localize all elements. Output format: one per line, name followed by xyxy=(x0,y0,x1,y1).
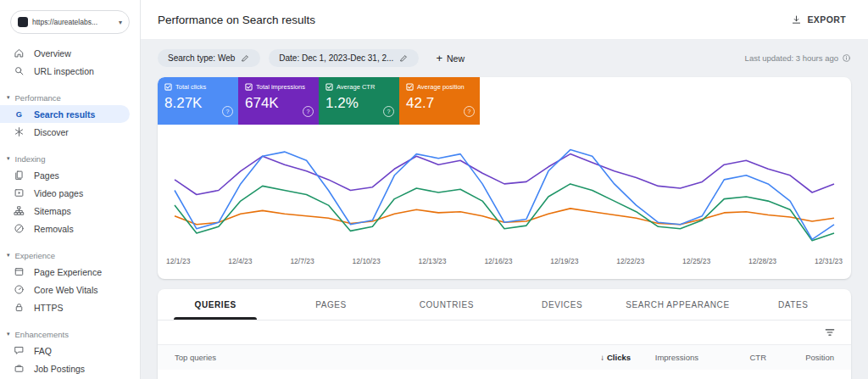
sidebar-item-overview[interactable]: Overview xyxy=(0,44,140,62)
performance-panel: Total clicks8.27K?Total impressions674K?… xyxy=(158,77,851,279)
property-url: https://aureatelabs... xyxy=(32,18,114,26)
sidebar-item-pages[interactable]: Pages xyxy=(0,166,140,184)
column-label: Impressions xyxy=(655,353,698,362)
metric-card-value: 8.27K xyxy=(164,95,231,112)
removals-icon xyxy=(14,223,25,235)
job-postings-icon xyxy=(14,363,25,375)
sidebar-item-label: Job Postings xyxy=(34,364,85,374)
sidebar-section-indexing[interactable]: ▾Indexing xyxy=(0,151,140,166)
sidebar-item-job-postings[interactable]: Job Postings xyxy=(0,359,140,377)
filter-icon[interactable] xyxy=(824,326,836,338)
x-axis-tick-label: 12/19/23 xyxy=(550,257,578,265)
metric-card-total-clicks[interactable]: Total clicks8.27K? xyxy=(158,77,238,125)
metric-card-value: 42.7 xyxy=(406,95,473,112)
filter-chip-search-type[interactable]: Search type: Web xyxy=(158,49,260,67)
edit-icon xyxy=(241,53,250,63)
x-axis-tick-label: 12/25/23 xyxy=(682,257,710,265)
sidebar-item-sitemaps[interactable]: Sitemaps xyxy=(0,202,140,220)
column-header-ctr[interactable]: CTR xyxy=(698,353,766,362)
sidebar-item-discover[interactable]: Discover xyxy=(0,123,140,141)
help-icon: ? xyxy=(303,106,314,117)
sidebar-item-search-results[interactable]: GSearch results xyxy=(0,105,130,123)
x-axis-tick-label: 12/16/23 xyxy=(484,257,512,265)
x-axis-tick-label: 12/4/23 xyxy=(228,257,252,265)
tab-pages[interactable]: PAGES xyxy=(273,289,388,320)
sidebar-item-https[interactable]: HTTPS xyxy=(0,298,140,316)
tab-dates[interactable]: DATES xyxy=(736,289,851,320)
column-header-impressions[interactable]: Impressions xyxy=(631,353,698,362)
column-header-top-queries: Top queries xyxy=(175,353,563,362)
new-filter-label: New xyxy=(447,53,465,64)
sidebar-item-label: Page Experience xyxy=(34,267,102,277)
sidebar-section-label: Indexing xyxy=(15,154,46,164)
tab-queries[interactable]: QUERIES xyxy=(158,289,273,320)
video-pages-icon xyxy=(14,187,25,199)
table-columns: ↓ClicksImpressionsCTRPosition xyxy=(563,353,834,362)
dimension-tabs: QUERIESPAGESCOUNTRIESDEVICESSEARCH APPEA… xyxy=(158,289,851,320)
tab-countries[interactable]: COUNTRIES xyxy=(389,289,504,320)
sort-desc-icon: ↓ xyxy=(600,353,604,362)
sidebar-item-label: Search results xyxy=(34,109,95,120)
filter-chip-date[interactable]: Date: Dec 1, 2023-Dec 31, 2... xyxy=(269,49,419,67)
metric-card-label: Total clicks xyxy=(175,83,206,91)
sidebar-item-label: Discover xyxy=(34,127,69,137)
download-icon xyxy=(791,14,802,25)
x-axis-tick-label: 12/22/23 xyxy=(616,257,644,265)
plus-icon: + xyxy=(436,53,442,64)
https-icon xyxy=(14,302,25,314)
core-web-vitals-icon xyxy=(14,284,25,296)
sidebar-section-enhancements[interactable]: ▾Enhancements xyxy=(0,326,140,342)
x-axis-tick-label: 12/31/23 xyxy=(815,257,843,265)
new-filter-button[interactable]: + New xyxy=(431,52,470,64)
property-favicon xyxy=(18,17,28,27)
x-axis-tick-label: 12/7/23 xyxy=(290,257,314,265)
sidebar-section-label: Experience xyxy=(15,251,56,260)
export-button[interactable]: EXPORT xyxy=(786,14,851,26)
last-updated: Last updated: 3 hours ago xyxy=(745,53,851,63)
filter-bar: Search type: WebDate: Dec 1, 2023-Dec 31… xyxy=(141,39,868,77)
property-selector[interactable]: https://aureatelabs... ▾ xyxy=(10,10,130,34)
edit-icon xyxy=(399,53,409,63)
filter-chip-label: Date: Dec 1, 2023-Dec 31, 2... xyxy=(279,53,393,63)
metric-card-total-impressions[interactable]: Total impressions674K? xyxy=(238,77,319,125)
metric-card-value: 674K xyxy=(245,95,312,112)
page-experience-icon xyxy=(14,266,25,278)
chevron-down-icon: ▾ xyxy=(119,19,122,26)
sidebar-item-label: Sitemaps xyxy=(34,206,71,216)
x-axis-tick-label: 12/28/23 xyxy=(748,257,776,265)
sidebar-section-performance[interactable]: ▾Performance xyxy=(0,90,140,105)
column-label: Position xyxy=(805,353,834,362)
sidebar: https://aureatelabs... ▾ OverviewURL ins… xyxy=(0,0,141,379)
metric-card-value: 1.2% xyxy=(326,95,392,112)
column-label: Clicks xyxy=(607,353,631,362)
sitemaps-icon xyxy=(14,205,25,217)
x-axis-tick-label: 12/10/23 xyxy=(353,257,381,265)
sidebar-section-label: Performance xyxy=(15,93,61,103)
performance-line-chart xyxy=(170,133,839,254)
metric-card-average-position[interactable]: Average position42.7? xyxy=(399,77,480,125)
tab-devices[interactable]: DEVICES xyxy=(504,289,620,320)
help-icon: ? xyxy=(222,106,233,117)
sidebar-item-removals[interactable]: Removals xyxy=(0,220,140,237)
column-header-clicks[interactable]: ↓Clicks xyxy=(563,353,631,362)
metric-card-header: Average CTR xyxy=(326,83,392,91)
metric-card-average-ctr[interactable]: Average CTR1.2%? xyxy=(319,77,399,125)
sidebar-item-core-web-vitals[interactable]: Core Web Vitals xyxy=(0,281,140,298)
sidebar-item-faq[interactable]: FAQ xyxy=(0,342,140,359)
tab-search-appearance[interactable]: SEARCH APPEARANCE xyxy=(620,289,735,320)
column-header-position[interactable]: Position xyxy=(766,353,834,362)
pages-icon xyxy=(14,170,25,181)
sidebar-item-page-experience[interactable]: Page Experience xyxy=(0,263,140,281)
sidebar-item-video-pages[interactable]: Video pages xyxy=(0,184,140,202)
metric-card-header: Average position xyxy=(406,83,473,91)
discover-icon xyxy=(14,126,25,138)
sidebar-item-url-inspection[interactable]: URL inspection xyxy=(0,62,140,80)
filter-chips: Search type: WebDate: Dec 1, 2023-Dec 31… xyxy=(158,49,419,67)
table-toolbar xyxy=(158,320,851,344)
sidebar-nav: OverviewURL inspection▾PerformanceGSearc… xyxy=(0,44,140,377)
sidebar-section-experience[interactable]: ▾Experience xyxy=(0,248,140,263)
sidebar-item-label: HTTPS xyxy=(34,303,63,313)
checkbox-checked-icon xyxy=(326,83,333,91)
sidebar-item-label: Overview xyxy=(34,48,71,59)
chevron-down-icon: ▾ xyxy=(7,94,10,101)
